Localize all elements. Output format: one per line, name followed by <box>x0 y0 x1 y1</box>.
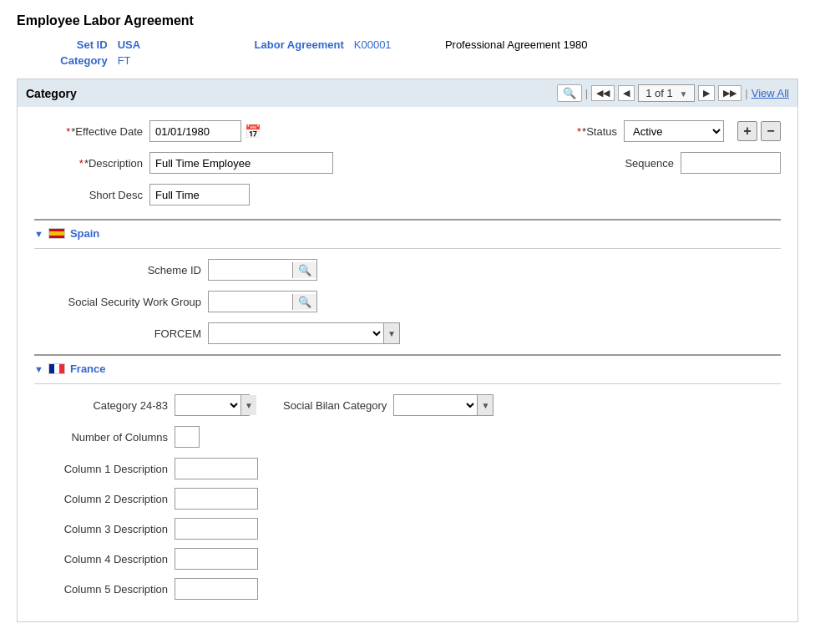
row-scheme-id: Scheme ID 🔍 <box>34 259 781 281</box>
next-page-button[interactable]: ▶ <box>698 85 715 101</box>
france-title: France <box>70 363 106 375</box>
labor-agreement-code: K00001 <box>354 38 435 51</box>
category-section-header: Category 🔍 | ◀◀ ◀ 1 of 1 ▼ ▶ ▶▶ | View A… <box>18 79 797 107</box>
france-subsection: ▼ France Category 24-83 Option1 <box>34 354 781 600</box>
category-label: Category <box>17 54 108 67</box>
spain-form-body: Scheme ID 🔍 Social Security Work Group 🔍 <box>34 249 781 344</box>
sequence-label: Sequence <box>625 157 674 170</box>
spain-subsection: ▼ Spain Scheme ID 🔍 <box>34 219 781 344</box>
pagination-controls: 🔍 | ◀◀ ◀ 1 of 1 ▼ ▶ ▶▶ | View All <box>557 84 789 102</box>
col5-label: Column 5 Description <box>34 583 168 596</box>
category2483-arrow: ▼ <box>240 395 256 415</box>
spain-flag-icon <box>48 228 65 239</box>
page-indicator: 1 of 1 ▼ <box>638 84 695 102</box>
add-button[interactable]: + <box>737 121 757 141</box>
spain-header[interactable]: ▼ Spain <box>34 227 781 240</box>
row-col2: Column 2 Description <box>34 488 781 510</box>
status-select[interactable]: Active Inactive <box>625 121 723 141</box>
social-security-label: Social Security Work Group <box>34 296 201 308</box>
row-col5: Column 5 Description <box>34 578 781 600</box>
category2483-label: Category 24-83 <box>34 399 168 412</box>
sequence-input[interactable] <box>681 152 781 174</box>
row-col4: Column 4 Description <box>34 548 781 570</box>
category-section-title: Category <box>26 87 550 100</box>
row-num-columns: Number of Columns <box>34 426 781 448</box>
row-forcem: FORCEM Option1 Option2 ▼ <box>34 322 781 344</box>
setid-value: USA <box>118 38 185 51</box>
effective-date-wrapper: 📅 <box>149 120 261 142</box>
col1-input[interactable] <box>175 458 258 479</box>
col2-label: Column 2 Description <box>34 493 168 505</box>
row-effective-status: *Effective Date 📅 *Status Active Inactiv… <box>34 120 781 142</box>
status-dropdown-wrap: Active Inactive <box>624 120 724 142</box>
france-collapse-icon: ▼ <box>34 364 43 374</box>
row-short-desc: Short Desc <box>34 184 781 205</box>
forcem-dropdown-arrow: ▼ <box>383 323 399 343</box>
num-columns-label: Number of Columns <box>34 431 168 444</box>
category-section: Category 🔍 | ◀◀ ◀ 1 of 1 ▼ ▶ ▶▶ | View A… <box>17 79 798 622</box>
col1-label: Column 1 Description <box>34 463 168 475</box>
page-title: Employee Labor Agreement <box>17 13 798 28</box>
forcem-dropdown-wrap: Option1 Option2 ▼ <box>208 322 400 344</box>
last-page-button[interactable]: ▶▶ <box>718 85 742 101</box>
spain-collapse-icon: ▼ <box>34 229 43 239</box>
social-security-input[interactable] <box>209 293 292 311</box>
col2-input[interactable] <box>175 488 258 510</box>
short-desc-input[interactable] <box>149 184 250 205</box>
col4-label: Column 4 Description <box>34 553 168 565</box>
france-flag-icon <box>48 363 65 374</box>
setid-label: Set ID <box>17 38 108 51</box>
num-columns-input[interactable] <box>175 426 200 448</box>
effective-date-label: *Effective Date <box>34 125 143 138</box>
social-bilan-dropdown-wrap: Option1 ▼ <box>393 394 494 416</box>
col4-input[interactable] <box>175 548 258 570</box>
search-button[interactable]: 🔍 <box>557 84 582 102</box>
social-security-search-wrap: 🔍 <box>208 291 317 312</box>
prev-page-button[interactable]: ◀ <box>618 85 635 101</box>
category2483-dropdown-wrap: Option1 ▼ <box>175 394 250 416</box>
remove-button[interactable]: − <box>761 121 781 141</box>
page-container: Employee Labor Agreement Set ID USA Labo… <box>0 0 815 636</box>
first-page-button[interactable]: ◀◀ <box>591 85 615 101</box>
col3-input[interactable] <box>175 518 258 540</box>
col3-label: Column 3 Description <box>34 523 168 535</box>
spain-title: Spain <box>70 227 99 240</box>
scheme-id-input[interactable] <box>209 261 292 279</box>
social-bilan-arrow: ▼ <box>477 395 493 415</box>
short-desc-label: Short Desc <box>34 189 143 201</box>
category-value: FT <box>118 54 185 67</box>
scheme-id-search-wrap: 🔍 <box>208 259 317 281</box>
row-description-sequence: *Description Sequence <box>34 152 781 174</box>
description-input[interactable] <box>149 152 333 174</box>
france-form-body: Category 24-83 Option1 ▼ Social Bilan Ca… <box>34 384 781 600</box>
scheme-id-search-icon[interactable]: 🔍 <box>292 262 316 278</box>
row-social-security: Social Security Work Group 🔍 <box>34 291 781 312</box>
view-all-button[interactable]: View All <box>752 87 789 99</box>
effective-date-input[interactable] <box>149 120 241 142</box>
social-bilan-select[interactable]: Option1 <box>394 395 477 415</box>
category2483-select[interactable]: Option1 <box>175 395 240 415</box>
calendar-icon[interactable]: 📅 <box>245 124 261 139</box>
row-col1: Column 1 Description <box>34 458 781 479</box>
social-security-search-icon[interactable]: 🔍 <box>292 294 316 310</box>
row-col3: Column 3 Description <box>34 518 781 540</box>
france-header[interactable]: ▼ France <box>34 363 781 375</box>
description-label: *Description <box>34 157 143 170</box>
page-display: 1 of 1 <box>645 87 673 99</box>
forcem-select[interactable]: Option1 Option2 <box>209 323 383 343</box>
row-category2483-socialbilan: Category 24-83 Option1 ▼ Social Bilan Ca… <box>34 394 781 416</box>
category-form-body: *Effective Date 📅 *Status Active Inactiv… <box>18 107 797 621</box>
add-remove-buttons: + − <box>737 121 781 141</box>
status-label: *Status <box>577 125 617 138</box>
social-bilan-label: Social Bilan Category <box>283 399 387 412</box>
col5-input[interactable] <box>175 578 258 600</box>
scheme-id-label: Scheme ID <box>34 264 201 276</box>
forcem-label: FORCEM <box>34 327 201 340</box>
labor-agreement-name: Professional Agreement 1980 <box>445 38 631 51</box>
labor-agreement-label: Labor Agreement <box>210 38 343 51</box>
